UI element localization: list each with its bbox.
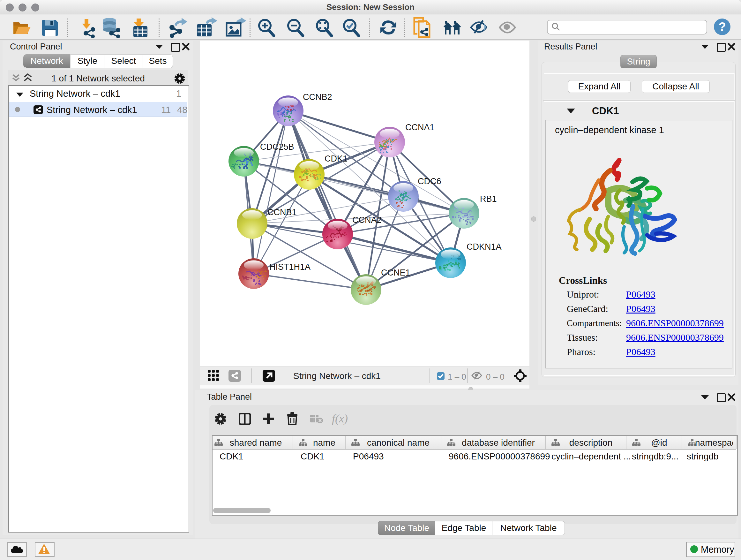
svg-text:RB1: RB1 (480, 194, 497, 204)
svg-text:CDC6: CDC6 (418, 177, 441, 186)
svg-text:HIST1H1A: HIST1H1A (269, 262, 311, 272)
svg-text:CCNB1: CCNB1 (267, 207, 297, 217)
svg-text:CDKN1A: CDKN1A (467, 242, 502, 252)
svg-text:CCNA2: CCNA2 (352, 215, 382, 225)
svg-text:CCNA1: CCNA1 (405, 123, 434, 132)
svg-text:CCNB2: CCNB2 (303, 92, 332, 102)
svg-text:CCNE1: CCNE1 (381, 268, 410, 277)
svg-text:CDK1: CDK1 (325, 154, 347, 164)
svg-text:CDC25B: CDC25B (260, 142, 294, 152)
